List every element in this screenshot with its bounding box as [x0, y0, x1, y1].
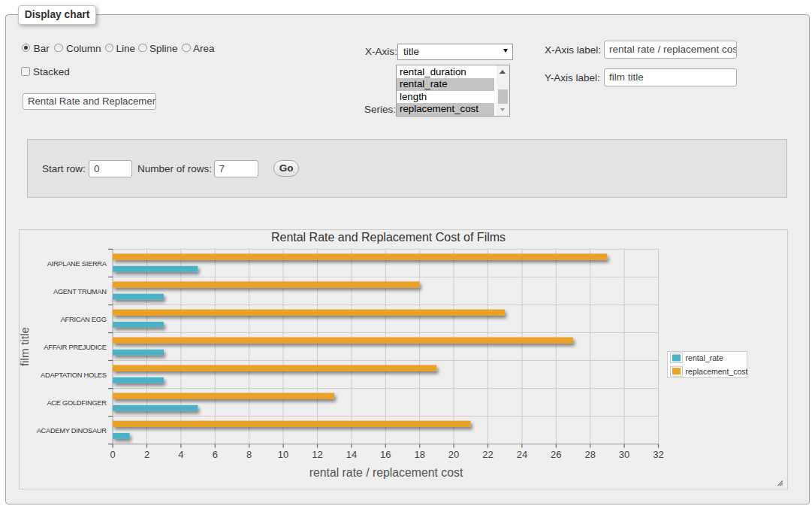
svg-text:rental rate / replacement cost: rental rate / replacement cost: [309, 466, 463, 479]
svg-text:32: 32: [653, 449, 663, 460]
svg-text:ACADEMY DINOSAUR: ACADEMY DINOSAUR: [37, 427, 107, 435]
svg-text:4: 4: [178, 449, 183, 460]
svg-text:AIRPLANE SIERRA: AIRPLANE SIERRA: [47, 260, 107, 268]
svg-text:AGENT TRUMAN: AGENT TRUMAN: [53, 288, 107, 295]
svg-text:ACE GOLDFINGER: ACE GOLDFINGER: [47, 399, 107, 407]
svg-text:ADAPTATION HOLES: ADAPTATION HOLES: [41, 371, 107, 379]
svg-text:16: 16: [380, 449, 391, 460]
svg-text:10: 10: [278, 449, 288, 460]
svg-text:Rental Rate and Replacement Co: Rental Rate and Replacement Cost of Film…: [271, 231, 506, 244]
svg-text:14: 14: [346, 449, 357, 460]
svg-text:replacement_cost: replacement_cost: [686, 367, 748, 376]
svg-text:film title: film title: [20, 327, 31, 366]
svg-text:26: 26: [551, 449, 561, 460]
svg-text:18: 18: [414, 449, 424, 460]
svg-text:AFFAIR PREJUDICE: AFFAIR PREJUDICE: [44, 344, 106, 351]
svg-text:AFRICAN EGG: AFRICAN EGG: [61, 316, 107, 323]
svg-text:20: 20: [448, 449, 459, 460]
svg-text:22: 22: [482, 449, 493, 460]
svg-text:2: 2: [144, 449, 149, 460]
svg-text:6: 6: [213, 449, 218, 460]
svg-text:28: 28: [584, 449, 595, 460]
svg-text:12: 12: [312, 449, 322, 460]
svg-text:30: 30: [619, 449, 629, 460]
svg-text:rental_rate: rental_rate: [686, 353, 723, 362]
svg-text:0: 0: [110, 449, 115, 460]
svg-text:8: 8: [246, 449, 252, 460]
svg-text:24: 24: [517, 449, 527, 460]
